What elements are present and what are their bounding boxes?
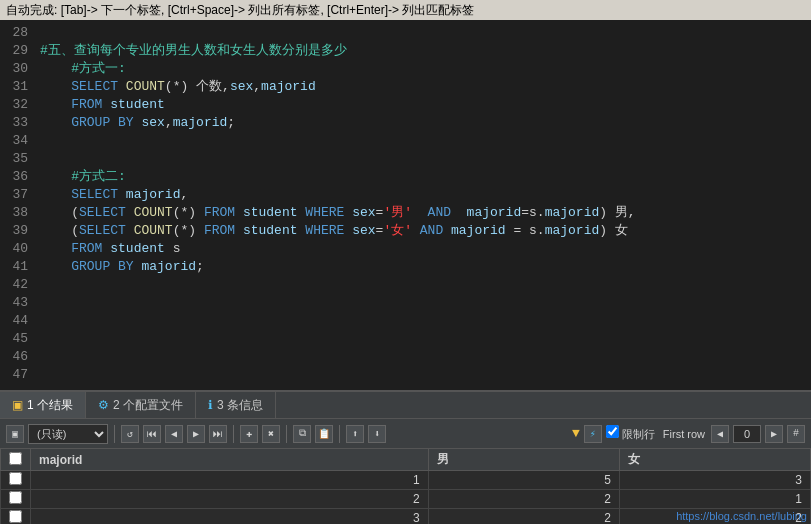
watermark: https://blog.csdn.net/lubing: [676, 510, 807, 522]
table-cell-0-1: 1: [31, 471, 429, 490]
line-number: 30: [4, 60, 28, 78]
line-number: 36: [4, 168, 28, 186]
row-checkbox[interactable]: [9, 472, 22, 485]
code-line: FROM student s: [40, 240, 811, 258]
col-header-1: majorid: [31, 449, 429, 471]
toolbar-refresh[interactable]: ↺: [121, 425, 139, 443]
separator-1: [114, 425, 115, 443]
filter-icon: ▼: [572, 426, 580, 441]
line-number: 45: [4, 330, 28, 348]
separator-3: [286, 425, 287, 443]
code-line: #方式一:: [40, 60, 811, 78]
code-area[interactable]: #五、查询每个专业的男生人数和女生人数分别是多少 #方式一: SELECT CO…: [36, 24, 811, 386]
toolbar-filter[interactable]: ⚡: [584, 425, 602, 443]
code-line: [40, 330, 811, 348]
line-number: 38: [4, 204, 28, 222]
code-line: #五、查询每个专业的男生人数和女生人数分别是多少: [40, 42, 811, 60]
line-number: 43: [4, 294, 28, 312]
toolbar-next[interactable]: ▶: [187, 425, 205, 443]
code-line: GROUP BY sex,majorid;: [40, 114, 811, 132]
code-line: (SELECT COUNT(*) FROM student WHERE sex=…: [40, 204, 811, 222]
limit-checkbox-label: 限制行: [606, 425, 655, 442]
tab-info[interactable]: ℹ3 条信息: [196, 392, 276, 418]
code-line: [40, 24, 811, 42]
toolbar: ▣ (只读) ↺ ⏮ ◀ ▶ ⏭ ✚ ✖ ⧉ 📋 ⬆ ⬇ ▼ ⚡ 限制行 Fir…: [0, 418, 811, 448]
table-cell-2-1: 3: [31, 509, 429, 525]
toolbar-prev[interactable]: ◀: [165, 425, 183, 443]
code-line: [40, 132, 811, 150]
table-cell-1-1: 2: [31, 490, 429, 509]
editor[interactable]: 2829303132333435363738394041424344454647…: [0, 20, 811, 390]
first-row-prev[interactable]: ◀: [711, 425, 729, 443]
table-cell-2-2: 2: [428, 509, 619, 525]
line-number: 28: [4, 24, 28, 42]
row-checkbox[interactable]: [9, 491, 22, 504]
toolbar-import[interactable]: ⬇: [368, 425, 386, 443]
readonly-select[interactable]: (只读): [28, 424, 108, 444]
tab-label: 3 条信息: [217, 397, 263, 414]
line-number: 35: [4, 150, 28, 168]
toolbar-delete[interactable]: ✖: [262, 425, 280, 443]
row-checkbox[interactable]: [9, 510, 22, 523]
autocomplete-bar: 自动完成: [Tab]-> 下一个标签, [Ctrl+Space]-> 列出所有…: [0, 0, 811, 20]
line-number: 32: [4, 96, 28, 114]
separator-4: [339, 425, 340, 443]
code-line: SELECT COUNT(*) 个数,sex,majorid: [40, 78, 811, 96]
code-line: (SELECT COUNT(*) FROM student WHERE sex=…: [40, 222, 811, 240]
code-line: FROM student: [40, 96, 811, 114]
toolbar-paste[interactable]: 📋: [315, 425, 333, 443]
table-cell-1-3: 1: [619, 490, 810, 509]
tab-label: 1 个结果: [27, 397, 73, 414]
table-cell-0-0: [1, 471, 31, 490]
table-cell-1-2: 2: [428, 490, 619, 509]
tab-result[interactable]: ▣1 个结果: [0, 392, 86, 418]
line-number: 39: [4, 222, 28, 240]
toolbar-first[interactable]: ⏮: [143, 425, 161, 443]
table-cell-2-0: [1, 509, 31, 525]
code-line: GROUP BY majorid;: [40, 258, 811, 276]
line-number: 31: [4, 78, 28, 96]
line-number: 34: [4, 132, 28, 150]
code-line: [40, 276, 811, 294]
result-thead: majorid男女: [1, 449, 811, 471]
toolbar-add[interactable]: ✚: [240, 425, 258, 443]
line-numbers: 2829303132333435363738394041424344454647: [0, 24, 36, 386]
col-header-3: 女: [619, 449, 810, 471]
table-cell-1-0: [1, 490, 31, 509]
table-cell-0-2: 5: [428, 471, 619, 490]
first-row-next[interactable]: ▶: [765, 425, 783, 443]
code-line: [40, 348, 811, 366]
line-number: 29: [4, 42, 28, 60]
tab-label: 2 个配置文件: [113, 397, 183, 414]
table-row: 221: [1, 490, 811, 509]
line-number: 46: [4, 348, 28, 366]
header-checkbox[interactable]: [9, 452, 22, 465]
first-row-input[interactable]: 0: [733, 425, 761, 443]
toolbar-export[interactable]: ⬆: [346, 425, 364, 443]
separator-2: [233, 425, 234, 443]
col-header-0: [1, 449, 31, 471]
first-row-label: First row: [663, 428, 705, 440]
limit-label-text: 限制行: [622, 428, 655, 440]
code-line: [40, 312, 811, 330]
code-line: [40, 150, 811, 168]
col-header-2: 男: [428, 449, 619, 471]
code-line: SELECT majorid,: [40, 186, 811, 204]
table-cell-0-3: 3: [619, 471, 810, 490]
line-number: 41: [4, 258, 28, 276]
tabs-bar: ▣1 个结果⚙2 个配置文件ℹ3 条信息: [0, 390, 811, 418]
tab-config[interactable]: ⚙2 个配置文件: [86, 392, 196, 418]
code-line: [40, 294, 811, 312]
toolbar-last[interactable]: ⏭: [209, 425, 227, 443]
first-row-end[interactable]: #: [787, 425, 805, 443]
toolbar-icon-1[interactable]: ▣: [6, 425, 24, 443]
toolbar-copy[interactable]: ⧉: [293, 425, 311, 443]
autocomplete-text: 自动完成: [Tab]-> 下一个标签, [Ctrl+Space]-> 列出所有…: [6, 2, 474, 19]
limit-checkbox[interactable]: [606, 425, 619, 438]
line-number: 44: [4, 312, 28, 330]
line-number: 40: [4, 240, 28, 258]
line-number: 33: [4, 114, 28, 132]
table-row: 153: [1, 471, 811, 490]
line-number: 47: [4, 366, 28, 384]
code-line: #方式二:: [40, 168, 811, 186]
